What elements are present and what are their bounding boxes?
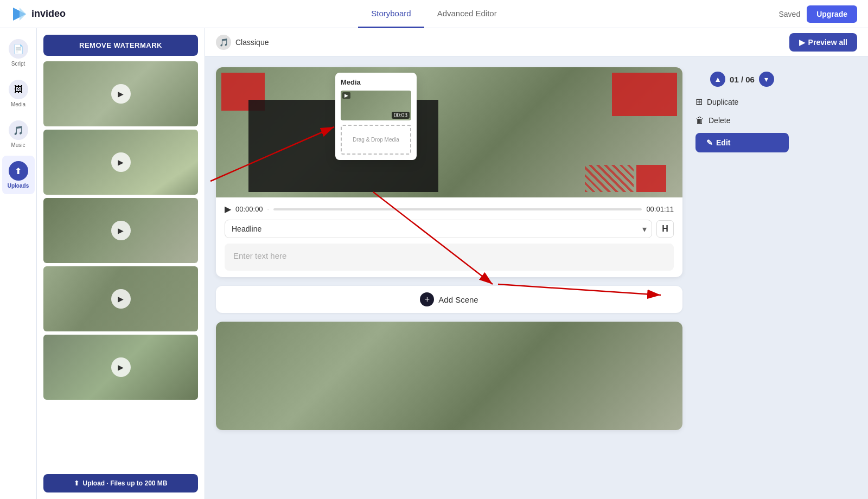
play-overlay-2[interactable]: ▶ [111, 152, 131, 172]
svg-marker-1 [20, 8, 26, 21]
top-navigation: invideo Storyboard Advanced Editor Saved… [0, 0, 868, 28]
main-content: 🎵 Classique ▶ Preview all [205, 28, 868, 499]
media-panel: REMOVE WATERMARK ▶ ▶ ▶ ▶ ▶ [37, 28, 205, 499]
upgrade-button[interactable]: Upgrade [807, 5, 857, 23]
edit-pencil-icon: ✎ [706, 138, 713, 147]
clip-thumb-5[interactable]: ▶ [43, 335, 198, 400]
duplicate-icon: ⊞ [695, 97, 703, 107]
edit-button[interactable]: ✎ Edit [695, 133, 789, 152]
media-popup-thumb[interactable]: ▶ 00:03 [341, 91, 411, 120]
upload-button-label: Upload · Files up to 200 MB [82, 479, 167, 487]
scene-nav-up-button[interactable]: ▲ [710, 72, 725, 87]
h-badge: H [656, 220, 674, 238]
sidebar-item-music-label: Music [11, 142, 25, 148]
clip-thumb-3[interactable]: ▶ [43, 198, 198, 263]
play-overlay-4[interactable]: ▶ [111, 289, 131, 309]
add-scene-plus-icon: + [420, 292, 434, 306]
scene-controls-1: ▶ 00:00:00 · 00:01:11 Headline [216, 197, 682, 277]
clip-thumb-4[interactable]: ▶ [43, 266, 198, 331]
music-note-icon: 🎵 [216, 35, 231, 50]
upload-button[interactable]: ⬆ Upload · Files up to 200 MB [43, 474, 198, 492]
sidebar-item-uploads-label: Uploads [8, 183, 29, 189]
hatch-overlay [585, 165, 634, 192]
duplicate-button[interactable]: ⊞ Duplicate [695, 94, 789, 109]
clip-thumb-2[interactable]: ▶ [43, 130, 198, 195]
duplicate-label: Duplicate [707, 98, 738, 106]
remove-watermark-button[interactable]: REMOVE WATERMARK [43, 35, 198, 56]
upload-icon: ⬆ [74, 479, 79, 487]
delete-icon: 🗑 [695, 116, 704, 125]
delete-label: Delete [709, 116, 730, 125]
headline-row: Headline H [225, 220, 674, 238]
scene-video-2[interactable] [216, 322, 682, 430]
red-overlay-br [636, 165, 666, 192]
scene-play-button[interactable]: ▶ [225, 204, 231, 214]
right-panel: ▲ 01 / 06 ▾ ⊞ Duplicate 🗑 Delete ✎ [693, 67, 791, 488]
red-overlay-tr [612, 73, 677, 116]
uploads-icon: ⬆ [9, 161, 28, 181]
scene-nav-down-button[interactable]: ▾ [759, 72, 774, 87]
time-end: 00:01:11 [646, 205, 674, 213]
sidebar-item-music[interactable]: 🎵 Music [2, 115, 35, 153]
media-popup: Media ▶ 00:03 Drag & Drop Media [335, 73, 417, 160]
timeline-bar[interactable] [273, 208, 642, 210]
left-sidebar: 📄 Script 🖼 Media 🎵 Music ⬆ Uploads [0, 28, 37, 499]
sidebar-item-media-label: Media [11, 101, 25, 107]
media-popup-title: Media [341, 78, 411, 86]
delete-button[interactable]: 🗑 Delete [695, 113, 789, 127]
invideo-logo-icon [11, 5, 28, 23]
add-scene-label: Add Scene [438, 295, 478, 304]
scene-counter-text: 01 / 06 [730, 75, 755, 84]
sidebar-item-script-label: Script [11, 61, 25, 67]
preview-all-button[interactable]: ▶ Preview all [789, 33, 857, 52]
drag-drop-area[interactable]: Drag & Drop Media [341, 125, 411, 155]
saved-status: Saved [779, 10, 801, 18]
logo-text: invideo [31, 8, 66, 20]
right-actions: ⊞ Duplicate 🗑 Delete [693, 94, 791, 127]
main-layout: 📄 Script 🖼 Media 🎵 Music ⬆ Uploads REMOV… [0, 28, 868, 499]
dot-separator: · [267, 206, 269, 213]
scene-column: ▶ 00:00:00 · 00:01:11 Headline [216, 67, 682, 488]
clips-scroll: ▶ ▶ ▶ ▶ ▶ [43, 61, 198, 469]
sidebar-item-media[interactable]: 🖼 Media [2, 74, 35, 113]
play-overlay-3[interactable]: ▶ [111, 221, 131, 240]
content-topbar: 🎵 Classique ▶ Preview all [205, 28, 868, 56]
edit-label: Edit [716, 138, 730, 147]
play-overlay-1[interactable]: ▶ [111, 84, 131, 104]
headline-select-wrapper: Headline [225, 220, 652, 238]
video-icon-badge: ▶ [342, 92, 350, 99]
nav-right: Saved Upgrade [738, 5, 857, 23]
tab-storyboard[interactable]: Storyboard [358, 0, 424, 28]
logo-area: invideo [11, 5, 130, 23]
drag-drop-label: Drag & Drop Media [353, 137, 399, 143]
scene-card-1: ▶ 00:00:00 · 00:01:11 Headline [216, 67, 682, 277]
scene-counter: ▲ 01 / 06 ▾ [693, 69, 791, 89]
headline-select[interactable]: Headline [225, 220, 652, 238]
sidebar-item-uploads[interactable]: ⬆ Uploads [2, 156, 35, 194]
scene-video-preview-1[interactable] [216, 67, 682, 197]
play-overlay-5[interactable]: ▶ [111, 357, 131, 377]
classique-info: 🎵 Classique [216, 35, 269, 50]
storyboard-area: ▶ 00:00:00 · 00:01:11 Headline [205, 56, 868, 499]
time-start: 00:00:00 [235, 205, 263, 213]
scene-card-2 [216, 322, 682, 430]
sidebar-item-script[interactable]: 📄 Script [2, 34, 35, 72]
text-input-area[interactable]: Enter text here [225, 244, 674, 271]
media-icon: 🖼 [9, 80, 28, 99]
classique-name-label: Classique [235, 38, 269, 47]
clip-thumb-1[interactable]: ▶ [43, 61, 198, 126]
preview-all-label: Preview all [808, 38, 847, 47]
music-icon: 🎵 [9, 120, 28, 140]
nav-tabs: Storyboard Advanced Editor [130, 0, 738, 28]
tab-advanced-editor[interactable]: Advanced Editor [424, 0, 510, 28]
add-scene-row[interactable]: + Add Scene [216, 286, 682, 313]
preview-play-icon: ▶ [799, 38, 805, 47]
timeline-row: ▶ 00:00:00 · 00:01:11 [225, 204, 674, 214]
duration-badge: 00:03 [392, 112, 410, 119]
script-icon: 📄 [9, 39, 28, 59]
